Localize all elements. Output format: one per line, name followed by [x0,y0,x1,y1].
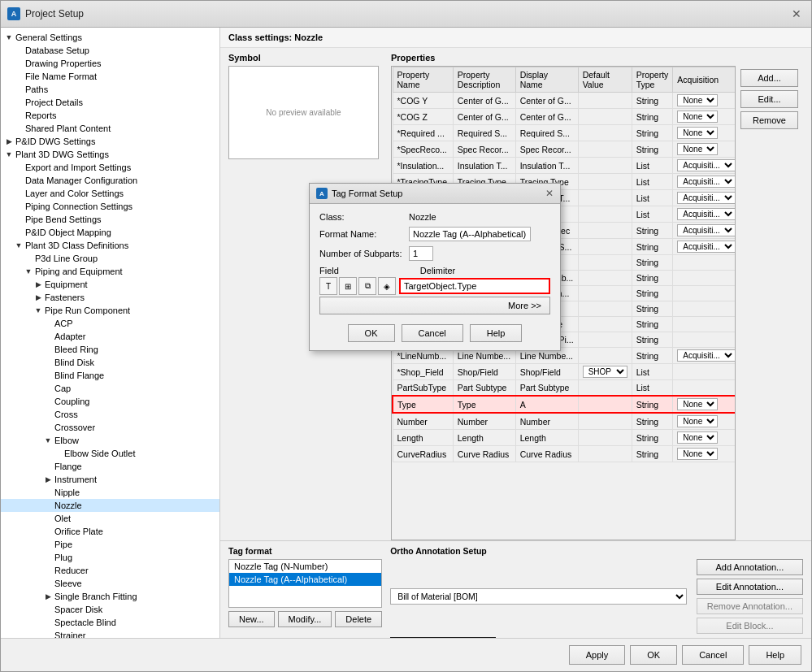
sidebar-item-acp[interactable]: ACP [1,317,219,330]
sidebar-item-drawing-properties[interactable]: Drawing Properties [1,57,219,70]
sidebar-item-blind-disk[interactable]: Blind Disk [1,356,219,369]
field-icon-text-btn[interactable]: T [319,277,337,295]
close-button[interactable]: ✕ [788,6,805,22]
sidebar-item-pid-object-mapping[interactable]: P&ID Object Mapping [1,226,219,239]
tree-expand-icon-single-branch-fitting: ▶ [43,592,53,601]
sidebar-item-piping-equipment[interactable]: ▼Piping and Equipment [1,265,219,278]
sidebar-item-elbow-side-outlet[interactable]: Elbow Side Outlet [1,447,219,460]
sidebar-item-equipment[interactable]: ▶Equipment [1,278,219,291]
modify-tag-format-button[interactable]: Modify... [278,611,332,627]
sidebar-item-adapter[interactable]: Adapter [1,330,219,343]
sidebar-item-pipe-bend-settings[interactable]: Pipe Bend Settings [1,213,219,226]
sidebar-item-p3d-line-group[interactable]: P3d Line Group [1,252,219,265]
sidebar-item-data-manager-config[interactable]: Data Manager Configuration [1,174,219,187]
remove-property-button[interactable]: Remove [740,111,798,129]
sidebar-item-plant3d-dwg-settings[interactable]: ▼Plant 3D DWG Settings [1,148,219,161]
sidebar-item-file-name-format[interactable]: File Name Format [1,70,219,83]
props-row-18[interactable]: PartSubTypePart SubtypePart SubtypeList [393,380,736,397]
sidebar-item-reports[interactable]: Reports [1,109,219,122]
props-row-2[interactable]: *Required ...Required S...Required S...S… [393,125,736,141]
sidebar-item-elbow[interactable]: ▼Elbow [1,434,219,447]
tag-format-item-a[interactable]: Nozzle Tag (A--Alphabetical) [229,573,381,586]
tree-expand-icon-nipple [43,488,53,497]
tag-format-item-n[interactable]: Nozzle Tag (N-Number) [229,560,381,573]
sidebar-item-orifice-plate[interactable]: Orifice Plate [1,525,219,538]
props-row-21[interactable]: LengthLengthLengthStringNone [393,430,736,446]
sidebar-item-spacer-disk[interactable]: Spacer Disk [1,603,219,616]
sidebar-item-pipe[interactable]: Pipe [1,538,219,551]
cancel-button[interactable]: Cancel [682,645,744,665]
props-row-20[interactable]: NumberNumberNumberStringNone [393,413,736,430]
sidebar-item-nipple[interactable]: Nipple [1,486,219,499]
tree-label-instrument: Instrument [53,475,97,484]
field-icon-special-btn[interactable]: ◈ [378,277,396,295]
field-icon-copy-btn[interactable]: ⧉ [358,277,376,295]
add-annotation-button[interactable]: Add Annotation... [697,559,803,575]
tree-expand-icon-pipe-run-component: ▼ [33,306,43,315]
sidebar-item-instrument[interactable]: ▶Instrument [1,473,219,486]
sidebar-item-sleeve[interactable]: Sleeve [1,577,219,590]
dialog-cancel-button[interactable]: Cancel [402,324,463,342]
sidebar-item-cap[interactable]: Cap [1,382,219,395]
sidebar-item-cross[interactable]: Cross [1,408,219,421]
sidebar-item-project-details[interactable]: Project Details [1,96,219,109]
props-row-19[interactable]: TypeTypeAStringNone [393,396,736,413]
sidebar-item-pid-dwg-settings[interactable]: ▶P&ID DWG Settings [1,135,219,148]
field-icon-object-btn[interactable]: ⊞ [339,277,357,295]
sidebar-item-blind-flange[interactable]: Blind Flange [1,369,219,382]
sidebar-item-crossover[interactable]: Crossover [1,421,219,434]
props-row-17[interactable]: *Shop_FieldShop/FieldShop/FieldSHOPList [393,364,736,380]
tree-label-flange: Flange [53,462,82,471]
tree-label-reports: Reports [24,111,57,120]
dialog-subparts-input[interactable] [409,246,433,261]
props-row-1[interactable]: *COG ZCenter of G...Center of G...String… [393,109,736,125]
sidebar-item-shared-plant-content[interactable]: Shared Plant Content [1,122,219,135]
tree-expand-icon-pipe [43,540,53,549]
props-row-3[interactable]: *SpecReco...Spec Recor...Spec Recor...St… [393,141,736,158]
sidebar-item-strainer[interactable]: Strainer [1,629,219,638]
col-header-default: DefaultValue [578,67,632,93]
edit-property-button[interactable]: Edit... [740,90,798,108]
help-button[interactable]: Help [749,645,801,665]
dialog-body: Class: Nozzle Format Name: Number of Sub… [310,204,560,350]
sidebar-item-nozzle[interactable]: Nozzle [1,499,219,512]
more-button[interactable]: More >> [319,297,550,314]
sidebar-item-single-branch-fitting[interactable]: ▶Single Branch Fitting [1,590,219,603]
ortho-annotation-row: Bill of Material [BOM] Add Annotation...… [390,559,803,634]
sidebar-item-general-settings[interactable]: ▼General Settings [1,31,219,44]
props-row-22[interactable]: CurveRadiusCurve RadiusCurve RadiusStrin… [393,446,736,462]
tree-expand-icon-orifice-plate [43,527,53,536]
dialog-format-name-input[interactable] [409,227,531,241]
sidebar-item-plant3d-class-defs[interactable]: ▼Plant 3D Class Definitions [1,239,219,252]
sidebar-item-paths[interactable]: Paths [1,83,219,96]
tree-expand-icon-database-setup [14,46,24,55]
sidebar-item-flange[interactable]: Flange [1,460,219,473]
ok-button[interactable]: OK [630,645,677,665]
sidebar-item-coupling[interactable]: Coupling [1,395,219,408]
delete-tag-format-button[interactable]: Delete [335,611,382,627]
dialog-ok-button[interactable]: OK [348,324,395,342]
props-row-0[interactable]: *COG YCenter of G...Center of G...String… [393,93,736,109]
dialog-close-button[interactable]: ✕ [545,188,554,199]
sidebar-item-spectacle-blind[interactable]: Spectacle Blind [1,616,219,629]
props-row-4[interactable]: *Insulation...Insulation T...Insulation … [393,158,736,174]
sidebar-item-fasteners[interactable]: ▶Fasteners [1,291,219,304]
sidebar-item-pipe-run-component[interactable]: ▼Pipe Run Component [1,304,219,317]
apply-button[interactable]: Apply [569,645,626,665]
tree-label-shared-plant-content: Shared Plant Content [24,124,111,133]
tree-expand-icon-nozzle [43,501,53,510]
sidebar-item-bleed-ring[interactable]: Bleed Ring [1,343,219,356]
ortho-annotation-dropdown[interactable]: Bill of Material [BOM] [390,588,687,605]
sidebar-item-reducer[interactable]: Reducer [1,564,219,577]
sidebar-item-plug[interactable]: Plug [1,551,219,564]
edit-annotation-button[interactable]: Edit Annotation... [697,579,803,595]
sidebar-item-piping-connection-settings[interactable]: Piping Connection Settings [1,200,219,213]
sidebar-item-export-import-settings[interactable]: Export and Import Settings [1,161,219,174]
add-property-button[interactable]: Add... [740,69,798,87]
new-tag-format-button[interactable]: New... [228,611,275,627]
dialog-field-input[interactable] [399,278,550,294]
sidebar-item-layer-color-settings[interactable]: Layer and Color Settings [1,187,219,200]
sidebar-item-olet[interactable]: Olet [1,512,219,525]
dialog-help-button[interactable]: Help [470,324,523,342]
sidebar-item-database-setup[interactable]: Database Setup [1,44,219,57]
